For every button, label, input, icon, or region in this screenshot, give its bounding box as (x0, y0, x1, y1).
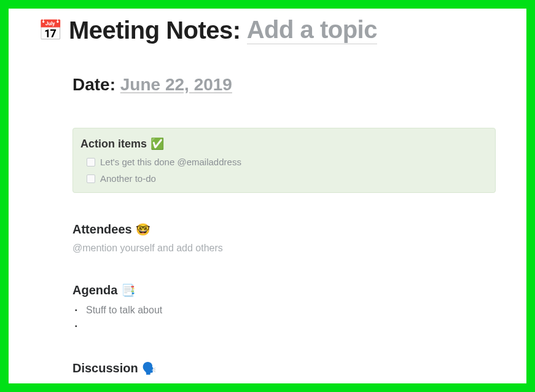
discussion-section: Discussion 🗣️ (72, 361, 496, 375)
date-row: Date: June 22, 2019 (72, 75, 496, 95)
check-icon: ✅ (150, 137, 164, 151)
attendees-section: Attendees 🤓 @mention yourself and add ot… (72, 222, 496, 254)
date-label: Date: (72, 75, 115, 94)
page-title-row: 📅 Meeting Notes: Add a topic (38, 16, 502, 44)
notes-icon: 📑 (121, 283, 136, 297)
list-item[interactable]: Stuff to talk about (86, 305, 496, 316)
speaking-icon: 🗣️ (142, 361, 157, 375)
nerd-icon: 🤓 (136, 222, 150, 237)
attendees-placeholder[interactable]: @mention yourself and add others (72, 243, 496, 254)
action-items-callout: Action items ✅ Let's get this done @emai… (72, 128, 496, 193)
agenda-heading: Agenda 📑 (72, 283, 496, 297)
checkbox[interactable] (87, 158, 95, 167)
calendar-icon: 📅 (38, 20, 63, 40)
agenda-heading-text: Agenda (72, 283, 117, 297)
agenda-list: Stuff to talk about (72, 305, 496, 332)
discussion-heading-text: Discussion (72, 361, 138, 375)
list-item[interactable] (86, 321, 496, 332)
agenda-section: Agenda 📑 Stuff to talk about (72, 283, 496, 332)
date-value[interactable]: June 22, 2019 (120, 75, 232, 94)
attendees-heading: Attendees 🤓 (72, 222, 496, 237)
checkbox[interactable] (87, 174, 95, 183)
page-title-label: Meeting Notes: (69, 17, 241, 44)
discussion-heading: Discussion 🗣️ (72, 361, 496, 375)
action-items-heading-text: Action items (80, 138, 147, 151)
todo-item[interactable]: Let's get this done @emailaddress (87, 157, 486, 167)
action-items-heading: Action items ✅ (80, 137, 486, 151)
content-area: Date: June 22, 2019 Action items ✅ Let's… (38, 75, 502, 375)
todo-list: Let's get this done @emailaddress Anothe… (80, 157, 486, 184)
todo-text[interactable]: Let's get this done @emailaddress (100, 157, 241, 167)
page-title-placeholder[interactable]: Add a topic (247, 16, 377, 44)
todo-item[interactable]: Another to-do (87, 173, 486, 184)
todo-text[interactable]: Another to-do (100, 173, 156, 184)
document-frame: 📅 Meeting Notes: Add a topic Date: June … (0, 0, 535, 392)
attendees-heading-text: Attendees (72, 222, 132, 237)
